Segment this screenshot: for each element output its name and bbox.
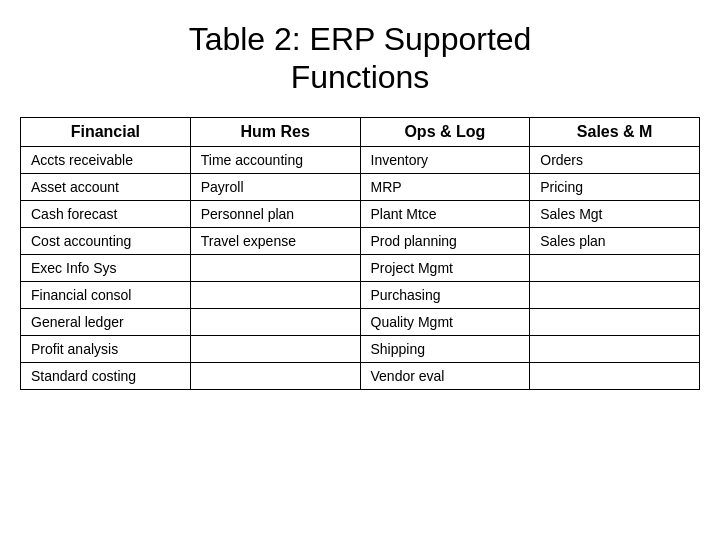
table-row: General ledgerQuality Mgmt [21,308,700,335]
table-cell-8-0: Standard costing [21,362,191,389]
table-row: Accts receivableTime accountingInventory… [21,146,700,173]
table-cell-6-2: Quality Mgmt [360,308,530,335]
table-cell-1-1: Payroll [190,173,360,200]
table-cell-5-1 [190,281,360,308]
table-cell-2-1: Personnel plan [190,200,360,227]
table-cell-8-3 [530,362,700,389]
table-cell-7-2: Shipping [360,335,530,362]
table-row: Financial consolPurchasing [21,281,700,308]
table-cell-3-0: Cost accounting [21,227,191,254]
table-cell-3-2: Prod planning [360,227,530,254]
table-cell-4-1 [190,254,360,281]
table-cell-1-3: Pricing [530,173,700,200]
table-cell-1-0: Asset account [21,173,191,200]
table-cell-3-1: Travel expense [190,227,360,254]
table-cell-5-2: Purchasing [360,281,530,308]
table-cell-0-0: Accts receivable [21,146,191,173]
table-row: Standard costingVendor eval [21,362,700,389]
table-row: Cost accountingTravel expenseProd planni… [21,227,700,254]
table-header-row: Financial Hum Res Ops & Log Sales & M [21,117,700,146]
col-header-financial: Financial [21,117,191,146]
table-row: Asset accountPayrollMRPPricing [21,173,700,200]
table-row: Profit analysisShipping [21,335,700,362]
table-cell-5-3 [530,281,700,308]
col-header-humres: Hum Res [190,117,360,146]
table-row: Cash forecastPersonnel planPlant MtceSal… [21,200,700,227]
table-cell-0-3: Orders [530,146,700,173]
table-cell-6-1 [190,308,360,335]
col-header-opslog: Ops & Log [360,117,530,146]
table-cell-4-2: Project Mgmt [360,254,530,281]
table-cell-8-1 [190,362,360,389]
page-title: Table 2: ERP Supported Functions [189,20,532,97]
table-cell-7-0: Profit analysis [21,335,191,362]
table-cell-8-2: Vendor eval [360,362,530,389]
table-cell-0-2: Inventory [360,146,530,173]
table-cell-4-0: Exec Info Sys [21,254,191,281]
table-cell-7-3 [530,335,700,362]
table-cell-2-0: Cash forecast [21,200,191,227]
table-cell-4-3 [530,254,700,281]
table-cell-2-3: Sales Mgt [530,200,700,227]
table-cell-7-1 [190,335,360,362]
table-cell-2-2: Plant Mtce [360,200,530,227]
table-cell-0-1: Time accounting [190,146,360,173]
table-row: Exec Info SysProject Mgmt [21,254,700,281]
table-cell-1-2: MRP [360,173,530,200]
table-cell-6-0: General ledger [21,308,191,335]
table-cell-5-0: Financial consol [21,281,191,308]
erp-table: Financial Hum Res Ops & Log Sales & M Ac… [20,117,700,390]
table-cell-3-3: Sales plan [530,227,700,254]
table-cell-6-3 [530,308,700,335]
col-header-salesm: Sales & M [530,117,700,146]
